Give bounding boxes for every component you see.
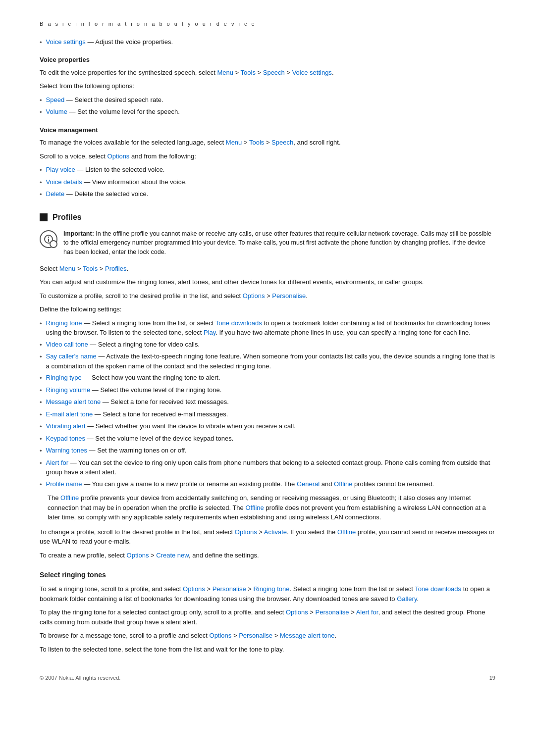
ringing-volume-bullet: • Ringing volume — Select the volume lev… — [40, 385, 495, 396]
important-body: In the offline profile you cannot make o… — [63, 230, 491, 256]
vibrating-alert-link[interactable]: Vibrating alert — [46, 422, 86, 430]
ringing-tone-para3: To browse for a message tone, scroll to … — [40, 631, 495, 641]
voice-settings-text: Voice settings — Adjust the voice proper… — [46, 37, 173, 47]
options-link-srt2[interactable]: Options — [286, 608, 308, 616]
ringing-tone-para4: To listen to the selected tone, select t… — [40, 645, 495, 655]
voice-management-intro: To manage the voices available for the s… — [40, 138, 495, 148]
voice-details-bullet: • Voice details — View information about… — [40, 177, 495, 188]
page-header: B a s i c i n f o r m a t i o n a b o u … — [40, 20, 495, 28]
personalise-link-p[interactable]: Personalise — [272, 292, 306, 300]
profile-name-bullet: • Profile name — You can give a name to … — [40, 479, 495, 490]
voice-details-link[interactable]: Voice details — [46, 178, 82, 186]
create-new-link[interactable]: Create new — [156, 552, 189, 559]
important-text-block: Important: In the offline profile you ca… — [63, 229, 495, 257]
offline-link1[interactable]: Offline — [60, 494, 79, 502]
alert-for-link-srt[interactable]: Alert for — [356, 608, 378, 616]
personalise-link-srt2[interactable]: Personalise — [316, 608, 349, 616]
personalise-link-srt3[interactable]: Personalise — [239, 632, 272, 639]
ringing-tone-bullet: • Ringing tone — Select a ringing tone f… — [40, 318, 495, 338]
menu-link-p[interactable]: Menu — [59, 265, 76, 272]
options-link-p[interactable]: Options — [243, 292, 265, 300]
important-bold: Important: — [63, 230, 94, 237]
info-icon-svg — [44, 235, 53, 244]
tools-link-p[interactable]: Tools — [83, 265, 98, 272]
voice-properties-intro: To edit the voice properties for the syn… — [40, 68, 495, 78]
select-profiles-text: Select Menu > Tools > Profiles. — [40, 264, 495, 274]
speed-link[interactable]: Speed — [46, 96, 65, 103]
options-link-change[interactable]: Options — [235, 528, 257, 536]
offline-link2[interactable]: Offline — [245, 504, 264, 511]
speed-bullet: • Speed — Select the desired speech rate… — [40, 95, 495, 105]
ringing-type-bullet: • Ringing type — Select how you want the… — [40, 373, 495, 383]
message-alert-link-srt[interactable]: Message alert tone — [280, 632, 335, 639]
ringing-tone-para1: To set a ringing tone, scroll to a profi… — [40, 584, 495, 604]
say-callers-name-link[interactable]: Say caller's name — [46, 353, 97, 360]
voice-management-heading: Voice management — [40, 125, 495, 135]
general-link[interactable]: General — [297, 480, 320, 488]
footer-page-number: 19 — [489, 674, 495, 682]
play-voice-link[interactable]: Play voice — [46, 166, 75, 173]
tools-link-vm[interactable]: Tools — [249, 139, 264, 146]
menu-link-vp[interactable]: Menu — [217, 69, 233, 76]
alert-for-link[interactable]: Alert for — [46, 459, 69, 466]
profiles-customize-para: To customize a profile, scroll to the de… — [40, 291, 495, 301]
offline-paragraph: The Offline profile prevents your device… — [48, 493, 495, 522]
menu-link-vm[interactable]: Menu — [226, 139, 242, 146]
ringing-tone-link[interactable]: Ringing tone — [46, 319, 82, 327]
tone-downloads-link[interactable]: Tone downloads — [215, 319, 262, 327]
speech-link-vp[interactable]: Speech — [263, 69, 285, 76]
page-footer: © 2007 Nokia. All rights reserved. 19 — [40, 674, 495, 682]
important-box: Important: In the offline profile you ca… — [40, 229, 495, 257]
profiles-section-heading: Profiles — [40, 211, 495, 223]
profiles-title: Profiles — [53, 211, 82, 223]
keypad-tones-bullet: • Keypad tones — Set the volume level of… — [40, 434, 495, 444]
video-call-tone-bullet: • Video call tone — Select a ringing ton… — [40, 340, 495, 350]
gallery-link-srt[interactable]: Gallery — [397, 595, 417, 603]
ringing-volume-link[interactable]: Ringing volume — [46, 386, 91, 394]
tools-link-vp[interactable]: Tools — [241, 69, 256, 76]
voice-properties-heading: Voice properties — [40, 55, 495, 65]
select-options-text: Select from the following options: — [40, 81, 495, 91]
define-settings-text: Define the following settings: — [40, 304, 495, 314]
warning-tones-link[interactable]: Warning tones — [46, 447, 87, 454]
profiles-link-p[interactable]: Profiles — [105, 265, 126, 272]
vibrating-alert-bullet: • Vibrating alert — Select whether you w… — [40, 421, 495, 432]
bullet-dot: • — [40, 38, 42, 48]
voice-settings-link-vp[interactable]: Voice settings — [292, 69, 332, 76]
ringing-tone-link-srt[interactable]: Ringing tone — [253, 585, 289, 593]
options-link-vm[interactable]: Options — [107, 152, 130, 160]
ringing-type-link[interactable]: Ringing type — [46, 374, 82, 381]
ringing-tone-para2: To play the ringing tone for a selected … — [40, 607, 495, 627]
offline-link3[interactable]: Offline — [337, 528, 356, 536]
volume-bullet: • Volume — Set the volume level for the … — [40, 107, 495, 117]
delete-bullet: • Delete — Delete the selected voice. — [40, 189, 495, 200]
email-alert-tone-bullet: • E-mail alert tone — Select a tone for … — [40, 409, 495, 420]
options-link-srt3[interactable]: Options — [210, 632, 232, 639]
offline-link-rename[interactable]: Offline — [334, 480, 352, 488]
change-profile-para: To change a profile, scroll to the desir… — [40, 527, 495, 547]
profile-name-link[interactable]: Profile name — [46, 480, 82, 488]
message-alert-tone-bullet: • Message alert tone — Select a tone for… — [40, 397, 495, 407]
delete-link[interactable]: Delete — [46, 190, 65, 198]
speech-link-vm[interactable]: Speech — [271, 139, 293, 146]
options-link-srt[interactable]: Options — [183, 585, 205, 593]
email-alert-tone-link[interactable]: E-mail alert tone — [46, 410, 93, 418]
options-link-create[interactable]: Options — [127, 552, 149, 559]
play-voice-bullet: • Play voice — Listen to the selected vo… — [40, 165, 495, 175]
play-link[interactable]: Play — [204, 329, 215, 336]
footer-copyright: © 2007 Nokia. All rights reserved. — [40, 674, 120, 682]
video-call-tone-link[interactable]: Video call tone — [46, 341, 88, 348]
tone-downloads-link-srt[interactable]: Tone downloads — [415, 585, 461, 593]
keypad-tones-link[interactable]: Keypad tones — [46, 435, 86, 442]
svg-point-2 — [48, 236, 49, 237]
important-icon — [40, 230, 57, 248]
message-alert-tone-link[interactable]: Message alert tone — [46, 398, 101, 405]
select-ringing-tones-heading: Select ringing tones — [40, 570, 495, 580]
voice-settings-link[interactable]: Voice settings — [46, 38, 86, 46]
activate-link[interactable]: Activate — [264, 528, 287, 536]
volume-link[interactable]: Volume — [46, 108, 67, 115]
create-profile-para: To create a new profile, select Options … — [40, 551, 495, 560]
voice-settings-bullet: • Voice settings — Adjust the voice prop… — [40, 37, 495, 48]
personalise-link-srt[interactable]: Personalise — [213, 585, 246, 593]
alert-for-bullet: • Alert for — You can set the device to … — [40, 458, 495, 477]
